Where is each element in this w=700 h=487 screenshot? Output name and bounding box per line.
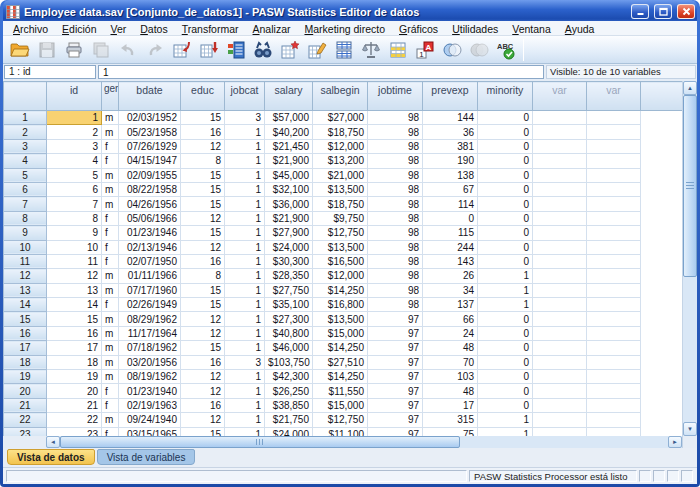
column-header-jobcat[interactable]: jobcat — [225, 82, 265, 111]
variables-button[interactable] — [223, 38, 248, 62]
cell[interactable]: 97 — [368, 384, 423, 398]
cell[interactable]: $40,200 — [265, 125, 313, 139]
cell[interactable]: 98 — [368, 211, 423, 225]
cell[interactable]: 01/11/1966 — [119, 269, 181, 283]
cell[interactable]: 98 — [368, 182, 423, 196]
cell[interactable]: 12 — [181, 240, 225, 254]
cell[interactable]: 1 — [225, 182, 265, 196]
cell[interactable] — [533, 168, 587, 182]
row-number[interactable]: 1 — [4, 111, 47, 125]
cell[interactable]: $28,350 — [265, 269, 313, 283]
cell[interactable]: 09/24/1940 — [119, 413, 181, 427]
cell-editor[interactable] — [98, 65, 544, 79]
row-number[interactable]: 13 — [4, 283, 47, 297]
cell[interactable]: 34 — [423, 283, 478, 297]
goto-case-button[interactable] — [169, 38, 194, 62]
cell[interactable]: $21,450 — [265, 139, 313, 153]
cell[interactable]: m — [102, 168, 119, 182]
cell[interactable]: m — [102, 283, 119, 297]
column-header-prevexp[interactable]: prevexp — [423, 82, 478, 111]
cell[interactable]: m — [102, 370, 119, 384]
cell[interactable]: m — [102, 111, 119, 125]
menu-gráficos[interactable]: Gráficos — [392, 21, 445, 36]
row-number[interactable]: 4 — [4, 154, 47, 168]
cell[interactable]: $27,510 — [313, 355, 368, 369]
cell[interactable] — [587, 197, 641, 211]
cell[interactable]: 8 — [47, 211, 102, 225]
menu-analizar[interactable]: Analizar — [246, 21, 298, 36]
cell[interactable]: 315 — [423, 413, 478, 427]
cell[interactable]: m — [102, 269, 119, 283]
cell[interactable] — [587, 269, 641, 283]
cell[interactable]: m — [102, 355, 119, 369]
cell[interactable]: $13,500 — [313, 240, 368, 254]
cell[interactable]: 03/20/1956 — [119, 355, 181, 369]
cell[interactable]: 15 — [181, 168, 225, 182]
cell[interactable] — [587, 182, 641, 196]
cell[interactable]: 66 — [423, 312, 478, 326]
cell[interactable]: 02/19/1963 — [119, 398, 181, 412]
cell[interactable] — [533, 111, 587, 125]
cell[interactable]: $12,750 — [313, 413, 368, 427]
cell[interactable] — [587, 326, 641, 340]
cell[interactable]: 144 — [423, 111, 478, 125]
column-header-educ[interactable]: educ — [181, 82, 225, 111]
cell[interactable] — [533, 254, 587, 268]
cell[interactable]: 0 — [478, 111, 533, 125]
cell[interactable] — [587, 226, 641, 240]
scroll-left-arrow[interactable]: ◄ — [46, 436, 60, 448]
cell[interactable]: $13,200 — [313, 154, 368, 168]
cell[interactable]: 01/23/1946 — [119, 226, 181, 240]
cell[interactable] — [587, 240, 641, 254]
row-number[interactable]: 20 — [4, 384, 47, 398]
cell[interactable]: 05/23/1958 — [119, 125, 181, 139]
cell[interactable]: 05/06/1966 — [119, 211, 181, 225]
value-labels-button[interactable]: 1A — [412, 38, 437, 62]
cell[interactable] — [587, 139, 641, 153]
cell[interactable]: 0 — [423, 211, 478, 225]
cell[interactable] — [533, 355, 587, 369]
cell[interactable]: 1 — [225, 168, 265, 182]
cell[interactable]: 98 — [368, 298, 423, 312]
cell[interactable]: 67 — [423, 182, 478, 196]
cell[interactable]: $103,750 — [265, 355, 313, 369]
cell[interactable]: 15 — [181, 283, 225, 297]
cell[interactable]: 1 — [225, 269, 265, 283]
cell[interactable]: 143 — [423, 254, 478, 268]
cell[interactable] — [533, 139, 587, 153]
cell[interactable]: $45,000 — [265, 168, 313, 182]
cell[interactable]: $14,250 — [313, 341, 368, 355]
column-header-jobtime[interactable]: jobtime — [368, 82, 423, 111]
cell[interactable]: 115 — [423, 226, 478, 240]
cell[interactable]: $24,000 — [265, 427, 313, 436]
cell[interactable] — [533, 211, 587, 225]
cell[interactable]: 15 — [47, 312, 102, 326]
cell[interactable]: 12 — [47, 269, 102, 283]
cell[interactable]: 5 — [47, 168, 102, 182]
cell[interactable]: 08/19/1962 — [119, 370, 181, 384]
row-number[interactable]: 15 — [4, 312, 47, 326]
cell[interactable]: $27,300 — [265, 312, 313, 326]
cell[interactable]: 0 — [478, 139, 533, 153]
cell[interactable]: $11,550 — [313, 384, 368, 398]
cell[interactable]: m — [102, 326, 119, 340]
cell[interactable]: 12 — [181, 413, 225, 427]
row-number[interactable]: 3 — [4, 139, 47, 153]
cell[interactable]: 75 — [423, 427, 478, 436]
cell[interactable]: 97 — [368, 398, 423, 412]
cell[interactable]: 11 — [47, 254, 102, 268]
row-number[interactable]: 9 — [4, 226, 47, 240]
cell[interactable]: 01/23/1940 — [119, 384, 181, 398]
cell[interactable]: 16 — [181, 254, 225, 268]
cell[interactable]: 1 — [478, 427, 533, 436]
cell[interactable]: 0 — [478, 211, 533, 225]
cell[interactable]: $15,000 — [313, 398, 368, 412]
cell[interactable]: $36,000 — [265, 197, 313, 211]
cell[interactable]: 1 — [225, 370, 265, 384]
row-number[interactable]: 16 — [4, 326, 47, 340]
cell[interactable]: 10 — [47, 240, 102, 254]
cell[interactable]: 02/07/1950 — [119, 254, 181, 268]
cell[interactable]: 6 — [47, 182, 102, 196]
cell[interactable]: 16 — [181, 398, 225, 412]
horizontal-scroll-thumb[interactable] — [60, 436, 460, 448]
